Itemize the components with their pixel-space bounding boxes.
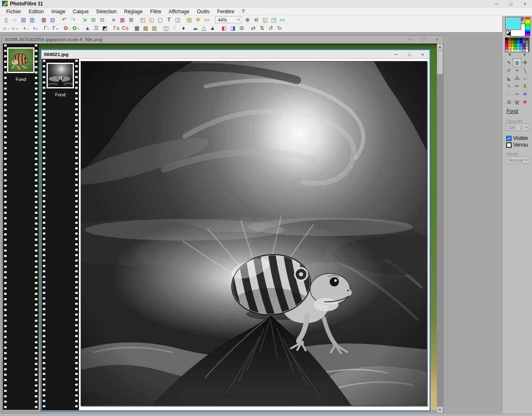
menu-item[interactable]: Filtre xyxy=(146,8,165,15)
menu-item[interactable]: Edition xyxy=(25,8,48,15)
clone-stamp-tool[interactable]: ♜ xyxy=(521,83,529,90)
menu-item[interactable]: Réglage xyxy=(120,8,146,15)
palette-swatch[interactable] xyxy=(526,46,528,49)
nozzle-tool[interactable]: ✾ xyxy=(521,98,529,106)
palette-swatch[interactable] xyxy=(508,41,511,43)
palette-swatch[interactable] xyxy=(520,46,522,49)
blur-tool[interactable]: ♢ xyxy=(505,91,513,98)
palette-swatch[interactable] xyxy=(523,38,525,40)
deform-grid-tool[interactable]: ⊞ xyxy=(505,98,513,106)
smudge-tool[interactable]: ✑ xyxy=(513,91,521,98)
close-button[interactable]: × xyxy=(430,36,443,43)
hand-tool[interactable]: ✥ xyxy=(521,59,529,66)
foreground-color-swatch[interactable] xyxy=(505,17,521,30)
line-tool[interactable]: ╲ xyxy=(521,67,529,74)
palette-swatch[interactable] xyxy=(523,44,525,46)
palette-swatch[interactable] xyxy=(526,49,528,52)
palette-swatch[interactable] xyxy=(517,44,520,46)
negative-button[interactable]: ◩ xyxy=(101,24,109,32)
print-button[interactable]: ▦ xyxy=(39,16,48,24)
pipette-tool[interactable]: ✐ xyxy=(505,67,513,74)
eraser-tool[interactable]: ▰ xyxy=(521,75,529,82)
visible-checkbox[interactable]: ✓ xyxy=(506,136,512,141)
palette-swatch[interactable] xyxy=(505,49,508,52)
palette-swatch[interactable] xyxy=(505,44,508,46)
palette-next-button[interactable]: > xyxy=(520,52,529,57)
background-window-titlebar[interactable]: 00269-3875302054-gigapixel-scale-6_00x.p… xyxy=(2,36,443,44)
save-button[interactable]: ▤ xyxy=(19,16,28,24)
image-size-button[interactable]: ⊞ xyxy=(89,16,98,24)
equalize-button[interactable]: ☰ xyxy=(92,24,101,32)
contrast-plus-button[interactable]: ◑₊ xyxy=(31,24,39,32)
zoom-in-button[interactable]: ⊕ xyxy=(243,16,252,24)
zoom-level-combo[interactable]: 44% ▾ xyxy=(215,16,242,23)
fill-tool[interactable]: ◣ xyxy=(505,75,513,82)
fit-image-button[interactable]: ◱ xyxy=(261,16,269,24)
scan-acquire-button[interactable]: ⇲ xyxy=(80,16,89,24)
palette-swatch[interactable] xyxy=(517,49,520,52)
reinforce-button[interactable]: ▲ xyxy=(208,24,217,32)
canvas-image[interactable] xyxy=(81,61,427,406)
menu-item[interactable]: Image xyxy=(48,8,69,15)
palette-swatch[interactable] xyxy=(505,38,508,40)
palette-swatch[interactable] xyxy=(520,49,522,52)
palette-swatch[interactable] xyxy=(505,46,508,49)
soften-button[interactable]: ♢ xyxy=(170,24,179,32)
plugin-filter-button[interactable]: ⊠ xyxy=(237,24,246,32)
paste-as-selection-button[interactable]: ◰ xyxy=(138,16,147,24)
variation-red-button[interactable]: ◧ xyxy=(220,24,229,32)
palette-swatch[interactable] xyxy=(511,46,514,49)
palette-swatch[interactable] xyxy=(508,38,511,40)
maximize-button[interactable]: □ xyxy=(417,36,430,43)
histogram-button[interactable]: ▲ xyxy=(83,24,92,32)
maximize-button[interactable]: □ xyxy=(403,50,416,58)
palette-swatch[interactable] xyxy=(514,44,517,46)
palette-swatch[interactable] xyxy=(523,46,525,49)
text-tool-button[interactable]: T xyxy=(165,16,173,24)
close-button[interactable]: × xyxy=(518,0,532,7)
chevron-down-icon[interactable]: ▾ xyxy=(524,126,529,129)
default-colors-icon[interactable] xyxy=(506,31,510,35)
menu-item[interactable]: Fenêtre xyxy=(213,8,238,15)
image-explorer-button[interactable]: ▤ xyxy=(185,16,194,24)
palette-swatch[interactable] xyxy=(523,49,525,52)
spinner-arrows-icon[interactable]: ▴▾ xyxy=(519,125,524,130)
palette-swatch[interactable] xyxy=(514,49,517,52)
gamma-plus-button[interactable]: Γ₊ xyxy=(51,24,60,32)
blur-button[interactable]: ♦ xyxy=(179,24,188,32)
rotate-left-button[interactable]: ↺ xyxy=(266,24,275,32)
manual-selection-button[interactable]: ▢ xyxy=(156,16,165,24)
gamma-minus-button[interactable]: Γ₋ xyxy=(42,24,51,32)
selection-tool[interactable]: ▦ xyxy=(513,59,521,66)
auto-contrast-button[interactable]: C± xyxy=(121,24,130,32)
menu-item[interactable]: Affichage xyxy=(165,8,193,15)
palette-swatch[interactable] xyxy=(508,44,511,46)
opacity-value[interactable]: 100 xyxy=(507,125,519,130)
preview-monitor-button[interactable]: ▭ xyxy=(202,16,211,24)
palette-swatch[interactable] xyxy=(514,41,517,43)
palette-swatch[interactable] xyxy=(517,38,520,40)
scroll-down-icon[interactable]: ▼ xyxy=(437,406,443,413)
image-mode-button[interactable]: ⊠ xyxy=(127,16,135,24)
layer-thumbnail-background[interactable] xyxy=(7,47,34,73)
palette-swatch[interactable] xyxy=(526,41,528,43)
flip-vertical-button[interactable]: ⇅ xyxy=(258,24,266,32)
variation-blue-button[interactable]: ◨ xyxy=(229,24,237,32)
palette-prev-button[interactable]: < xyxy=(505,52,515,57)
palette-swatch[interactable] xyxy=(517,41,520,43)
selection-copy-button[interactable]: ◱ xyxy=(147,16,156,24)
minimize-button[interactable]: ─ xyxy=(389,50,403,58)
chevron-down-icon[interactable]: ▾ xyxy=(524,159,529,162)
palette-swatch[interactable] xyxy=(511,38,514,40)
chevron-down-icon[interactable]: ▾ xyxy=(236,18,241,22)
palette-swatch[interactable] xyxy=(517,46,520,49)
contrast-minus-button[interactable]: ◐₋ xyxy=(22,24,31,32)
menu-item[interactable]: Sélection xyxy=(92,8,120,15)
redo-button[interactable]: ↷ xyxy=(69,16,77,24)
print-preview-button[interactable]: ▧ xyxy=(48,16,57,24)
palette-swatch[interactable] xyxy=(508,46,511,49)
color-gradient-picker[interactable] xyxy=(525,17,530,37)
new-document-button[interactable]: ▯ xyxy=(2,16,10,24)
palette-swatch[interactable] xyxy=(526,38,528,40)
minimize-button[interactable]: ─ xyxy=(404,36,417,43)
